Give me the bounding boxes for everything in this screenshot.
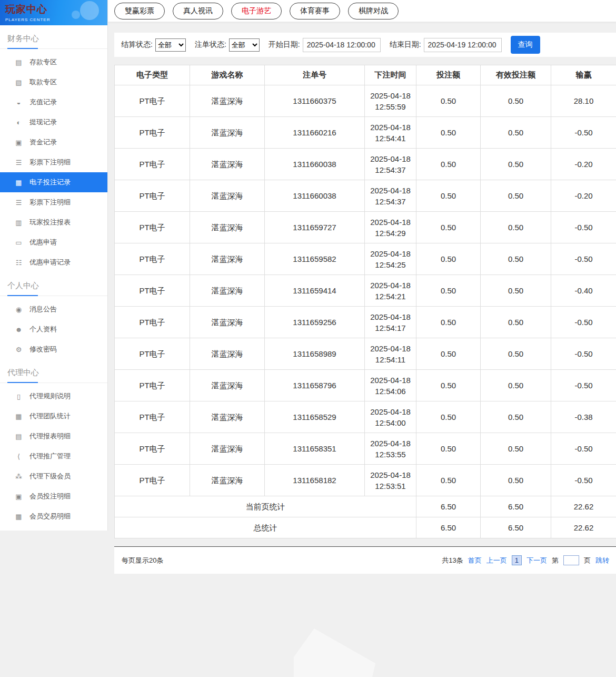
table-row: PT电子湛蓝深海13116585292025-04-1812:54:000.50… (115, 401, 616, 433)
cell-order-id: 1311658796 (265, 370, 365, 401)
sidebar-item-label: 代理团队统计 (29, 411, 71, 421)
sidebar-item-member-bet-details[interactable]: ▣会员投注明细 (0, 486, 107, 506)
tab-lottery[interactable]: 雙赢彩票 (114, 3, 165, 19)
sidebar-item-player-bet-report[interactable]: ▥玩家投注报表 (0, 212, 107, 232)
cell-valid-bet: 0.50 (481, 433, 551, 465)
sidebar-item-agent-rules[interactable]: ▯代理规则说明 (0, 386, 107, 406)
settle-status-label: 结算状态: (121, 40, 153, 50)
settle-status-select[interactable]: 全部 (155, 38, 186, 52)
sidebar-item-electronic-bet-records[interactable]: ▦电子投注记录 (0, 172, 107, 192)
player-bet-report-icon: ▥ (15, 219, 23, 227)
tab-live-video[interactable]: 真人视讯 (173, 3, 223, 19)
sidebar-item-agent-promotion[interactable]: ⟨代理推广管理 (0, 446, 107, 466)
summary-row: 总统计6.506.5022.62 (115, 517, 616, 538)
summary-win-loss: 22.62 (551, 496, 616, 517)
game-category-tabs: 雙赢彩票真人视讯电子游艺体育赛事棋牌对战 (108, 0, 616, 22)
header-row: 电子类型游戏名称注单号下注时间投注额有效投注额输赢 (115, 65, 616, 85)
cell-type: PT电子 (115, 307, 190, 338)
cell-bet-time: 2025-04-1812:54:00 (365, 401, 416, 433)
sidebar-item-label: 代理下级会员 (29, 472, 71, 481)
cell-order-id: 1311658529 (265, 401, 365, 433)
cell-valid-bet: 0.50 (481, 243, 551, 275)
cell-game: 湛蓝深海 (190, 212, 265, 243)
cell-type: PT电子 (115, 465, 190, 496)
cell-bet: 0.50 (416, 338, 481, 370)
sidebar-item-label: 电子投注记录 (29, 178, 71, 187)
sidebar-item-label: 取款专区 (29, 77, 57, 87)
start-date-input[interactable] (303, 38, 381, 52)
section-title: 代理中心 (0, 359, 107, 383)
cell-type: PT电子 (115, 338, 190, 370)
sidebar-item-lottery-bet-details[interactable]: ☰彩票下注明细 (0, 152, 107, 172)
cell-order-id: 1311659727 (265, 212, 365, 243)
sidebar-item-withdraw-records[interactable]: ◐提现记录 (0, 112, 107, 132)
table-row: PT电子湛蓝深海13116592562025-04-1812:54:170.50… (115, 307, 616, 338)
end-date-input[interactable] (424, 38, 502, 52)
cell-valid-bet: 0.50 (481, 465, 551, 496)
cell-bet: 0.50 (416, 117, 481, 149)
cell-bet: 0.50 (416, 243, 481, 275)
sidebar-item-change-password[interactable]: ⚙修改密码 (0, 339, 107, 359)
cell-order-id: 1311660375 (265, 85, 365, 117)
deposit-zone-icon: ▤ (15, 58, 23, 66)
query-button[interactable]: 查询 (511, 36, 540, 54)
cell-win-loss: -0.50 (551, 243, 616, 275)
prev-page-link[interactable]: 上一页 (486, 556, 507, 565)
sidebar-item-member-transactions[interactable]: ▦会员交易明细 (0, 506, 107, 526)
column-header: 电子类型 (115, 65, 190, 85)
section-title: 财务中心 (0, 25, 107, 49)
sidebar-item-recharge-records[interactable]: ◒充值记录 (0, 92, 107, 112)
sidebar-item-withdraw-zone[interactable]: ▧取款专区 (0, 72, 107, 92)
sidebar-item-agent-team-stats[interactable]: ▦代理团队统计 (0, 406, 107, 426)
tab-board-games[interactable]: 棋牌对战 (348, 3, 399, 19)
summary-row: 当前页统计6.506.5022.62 (115, 496, 616, 517)
sidebar-item-messages[interactable]: ◉消息公告 (0, 299, 107, 319)
sidebar-item-promo-apply[interactable]: ▭优惠申请 (0, 232, 107, 252)
cell-bet-time: 2025-04-1812:53:55 (365, 433, 416, 465)
lottery-bet-details-2-icon: ☰ (15, 199, 23, 207)
page-prefix-label: 第 (552, 556, 559, 565)
sidebar-item-deposit-zone[interactable]: ▤存款专区 (0, 52, 107, 72)
table-row: PT电子湛蓝深海13116597272025-04-1812:54:290.50… (115, 212, 616, 243)
agent-rules-icon: ▯ (15, 393, 23, 400)
sidebar-item-agent-report-details[interactable]: ▤代理报表明细 (0, 426, 107, 446)
cell-game: 湛蓝深海 (190, 180, 265, 212)
current-page-indicator[interactable]: 1 (512, 555, 522, 565)
sidebar-item-promo-apply-records[interactable]: ☷优惠申请记录 (0, 252, 107, 272)
change-password-icon: ⚙ (15, 346, 23, 354)
column-header: 下注时间 (365, 65, 416, 85)
sidebar-item-agent-members[interactable]: ⁂代理下级会员 (0, 466, 107, 486)
summary-valid-bet: 6.50 (481, 517, 551, 538)
page-jump-input[interactable] (563, 555, 579, 565)
cell-win-loss: -0.40 (551, 275, 616, 307)
jump-link[interactable]: 跳转 (595, 556, 609, 565)
cell-type: PT电子 (115, 433, 190, 465)
cell-bet: 0.50 (416, 433, 481, 465)
tab-sports[interactable]: 体育赛事 (290, 3, 340, 19)
first-page-link[interactable]: 首页 (468, 556, 482, 565)
sidebar-item-label: 提现记录 (29, 117, 57, 127)
cell-valid-bet: 0.50 (481, 370, 551, 401)
summary-valid-bet: 6.50 (481, 496, 551, 517)
table-row: PT电子湛蓝深海13116600382025-04-1812:54:370.50… (115, 180, 616, 212)
order-status-select[interactable]: 全部 (229, 38, 260, 52)
tab-electronic-games[interactable]: 电子游艺 (231, 3, 282, 19)
sidebar-item-profile[interactable]: ☻个人资料 (0, 319, 107, 339)
cell-type: PT电子 (115, 85, 190, 117)
cell-valid-bet: 0.50 (481, 85, 551, 117)
main-content: 雙赢彩票真人视讯电子游艺体育赛事棋牌对战 结算状态: 全部 注单状态: 全部 开… (108, 0, 616, 677)
cell-game: 湛蓝深海 (190, 433, 265, 465)
cell-type: PT电子 (115, 149, 190, 180)
cell-bet: 0.50 (416, 465, 481, 496)
cell-type: PT电子 (115, 370, 190, 401)
sidebar-item-label: 资金记录 (29, 138, 57, 147)
sidebar-item-label: 代理规则说明 (29, 391, 71, 401)
sidebar-item-label: 消息公告 (29, 305, 57, 314)
next-page-link[interactable]: 下一页 (526, 556, 547, 565)
sidebar-item-lottery-bet-details-2[interactable]: ☰彩票下注明细 (0, 192, 107, 212)
cell-game: 湛蓝深海 (190, 85, 265, 117)
promo-apply-records-icon: ☷ (15, 259, 23, 267)
cell-bet-time: 2025-04-1812:53:51 (365, 465, 416, 496)
sidebar-item-fund-records[interactable]: ▣资金记录 (0, 132, 107, 152)
cell-bet-time: 2025-04-1812:54:29 (365, 212, 416, 243)
